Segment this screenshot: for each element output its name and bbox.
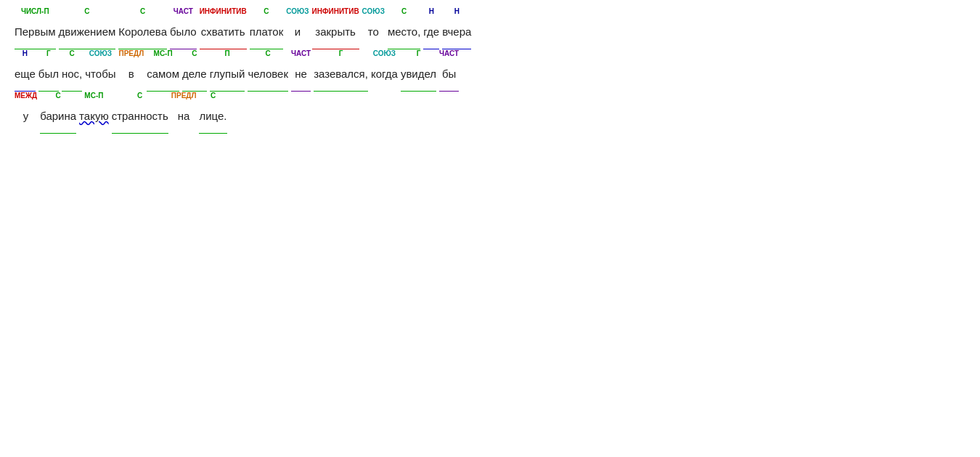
pos-label-w18: МС-П xyxy=(147,49,179,58)
word-group-w9: СОЮЗто xyxy=(362,7,385,49)
pos-label-w15: С xyxy=(62,49,82,58)
word-group-w4: ЧАСТбыло xyxy=(170,7,197,49)
pos-label-w27: МЕЖД xyxy=(15,92,37,100)
word-group-w2: Сдвижением xyxy=(59,7,116,49)
word-text-w13: еще xyxy=(15,59,36,92)
word-text-w20: глупый xyxy=(210,59,245,92)
word-group-w19: Сделе xyxy=(182,49,207,92)
word-group-w32: Слице. xyxy=(199,92,226,134)
pos-label-w3: С xyxy=(118,7,167,16)
word-group-w6: Сплаток xyxy=(250,7,284,49)
word-text-w25: увидел xyxy=(401,59,436,92)
word-text-w22: не xyxy=(291,59,311,92)
pos-label-w14: Г xyxy=(38,49,59,58)
word-group-w20: Пглупый xyxy=(210,49,245,92)
pos-label-w2: С xyxy=(59,7,116,16)
pos-label-w16: СОЮЗ xyxy=(85,49,115,58)
pos-label-w24: СОЮЗ xyxy=(371,49,398,58)
word-text-w27: у xyxy=(15,101,37,133)
word-group-w1: ЧИСЛ-ППервым xyxy=(15,7,56,49)
word-group-w21: Счеловек xyxy=(248,49,288,92)
pos-label-w31: ПРЕДЛ xyxy=(171,92,197,100)
word-group-w13: Неще xyxy=(15,49,36,92)
word-group-w26: ЧАСТбы xyxy=(439,49,459,92)
pos-label-w1: ЧИСЛ-П xyxy=(15,7,56,16)
word-text-w17: в xyxy=(119,59,144,91)
pos-label-w20: П xyxy=(210,49,245,58)
text-line-line2: НещеГбылСнос,СОЮЗчтобыПРЕДЛвМС-ПсамомСде… xyxy=(15,49,958,92)
word-text-w9: то xyxy=(362,17,385,49)
word-text-w8: закрыть xyxy=(312,17,359,49)
annotated-text: ЧИСЛ-ППервымСдвижениемСКоролеваЧАСТбылоИ… xyxy=(15,7,958,134)
word-text-w32: лице. xyxy=(199,101,226,134)
word-group-w5: ИНФИНИТИВсхватить xyxy=(200,7,247,49)
word-text-w29: такую xyxy=(79,101,109,133)
word-text-w30: странность xyxy=(112,101,168,134)
word-text-w1: Первым xyxy=(15,17,56,49)
word-text-w23: зазевался, xyxy=(314,59,368,92)
pos-label-w10: С xyxy=(388,7,420,16)
word-text-w3: Королева xyxy=(118,17,167,49)
word-group-w7: СОЮЗи xyxy=(286,7,309,49)
pos-label-w23: Г xyxy=(314,49,368,58)
word-group-w30: Сстранность xyxy=(112,92,168,134)
pos-label-w25: Г xyxy=(401,49,436,58)
text-line-line1: ЧИСЛ-ППервымСдвижениемСКоролеваЧАСТбылоИ… xyxy=(15,7,958,49)
pos-label-w26: ЧАСТ xyxy=(439,49,459,58)
pos-label-w7: СОЮЗ xyxy=(286,7,309,16)
word-group-w25: Гувидел xyxy=(401,49,436,92)
pos-label-w5: ИНФИНИТИВ xyxy=(200,7,247,16)
pos-label-w32: С xyxy=(199,92,226,100)
word-text-w24: когда xyxy=(371,59,398,91)
pos-label-w21: С xyxy=(248,49,288,58)
word-text-w5: схватить xyxy=(200,17,247,49)
word-group-w15: Снос, xyxy=(62,49,82,92)
word-group-w18: МС-Псамом xyxy=(147,49,179,92)
word-group-w28: Сбарина xyxy=(40,92,76,134)
word-text-w10: место, xyxy=(388,17,420,49)
word-text-w6: платок xyxy=(250,17,284,49)
pos-label-w6: С xyxy=(250,7,284,16)
word-group-w24: СОЮЗкогда xyxy=(371,49,398,91)
word-text-w16: чтобы xyxy=(85,59,115,91)
word-text-w28: барина xyxy=(40,101,76,134)
word-text-w19: деле xyxy=(182,59,207,92)
word-text-w15: нос, xyxy=(62,59,82,92)
word-text-w12: вчера xyxy=(442,17,471,49)
word-group-w8: ИНФИНИТИВзакрыть xyxy=(312,7,359,49)
word-text-w4: было xyxy=(170,17,197,49)
word-text-w2: движением xyxy=(59,17,116,49)
word-group-w31: ПРЕДЛна xyxy=(171,92,197,133)
pos-label-w28: С xyxy=(40,92,76,100)
word-group-w23: Гзазевался, xyxy=(314,49,368,92)
pos-label-w22: ЧАСТ xyxy=(291,49,311,58)
pos-label-w11: Н xyxy=(423,7,439,16)
pos-label-w13: Н xyxy=(15,49,36,58)
pos-label-w17: ПРЕДЛ xyxy=(119,49,144,58)
pos-label-w30: С xyxy=(112,92,168,100)
pos-label-w8: ИНФИНИТИВ xyxy=(312,7,359,16)
word-group-w29: МС-Птакую xyxy=(79,92,109,133)
word-group-w10: Сместо, xyxy=(388,7,420,49)
word-group-w27: МЕЖДу xyxy=(15,92,37,133)
text-line-line3: МЕЖДуСбаринаМС-ПтакуюСстранностьПРЕДЛнаС… xyxy=(15,92,958,134)
pos-label-w29: МС-П xyxy=(79,92,109,100)
word-group-w16: СОЮЗчтобы xyxy=(85,49,115,91)
pos-label-w9: СОЮЗ xyxy=(362,7,385,16)
word-text-w14: был xyxy=(38,59,59,92)
word-group-w14: Гбыл xyxy=(38,49,59,92)
pos-label-w4: ЧАСТ xyxy=(170,7,197,16)
word-text-w7: и xyxy=(286,17,309,49)
word-text-w31: на xyxy=(171,101,197,133)
word-group-w17: ПРЕДЛв xyxy=(119,49,144,91)
word-group-w11: Нгде xyxy=(423,7,439,49)
word-text-w11: где xyxy=(423,17,439,49)
pos-label-w19: С xyxy=(182,49,207,58)
word-group-w3: СКоролева xyxy=(118,7,167,49)
word-group-w12: Нвчера xyxy=(442,7,471,49)
word-text-w18: самом xyxy=(147,59,179,92)
word-text-w21: человек xyxy=(248,59,288,92)
pos-label-w12: Н xyxy=(442,7,471,16)
word-group-w22: ЧАСТне xyxy=(291,49,311,92)
word-text-w26: бы xyxy=(439,59,459,92)
